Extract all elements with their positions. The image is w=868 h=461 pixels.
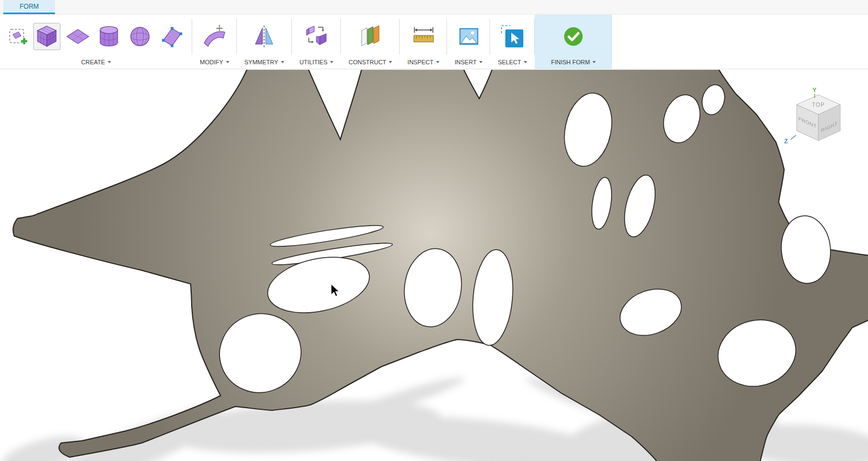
cylinder-icon[interactable] [95, 23, 123, 50]
inspect-label: INSPECT [407, 59, 433, 65]
dropdown-caret-icon [524, 61, 527, 63]
modify-label: MODIFY [200, 59, 223, 65]
create-form-icon[interactable] [8, 26, 29, 47]
view-cube[interactable]: TOP FRONT RIGHT Y Z [783, 87, 854, 154]
application-window: FORM [0, 0, 868, 461]
construct-dropdown[interactable]: CONSTRUCT [349, 56, 392, 69]
create-dropdown[interactable]: CREATE [81, 56, 111, 69]
utilities-label: UTILITIES [299, 59, 327, 65]
y-axis-label: Y [812, 87, 817, 93]
inspect-dropdown[interactable]: INSPECT [407, 56, 439, 69]
finish-form-dropdown[interactable]: FINISH FORM [551, 56, 596, 69]
dropdown-caret-icon [330, 61, 333, 63]
dropdown-caret-icon [592, 61, 596, 63]
box-icon[interactable] [33, 23, 60, 50]
toolbar-group-construct: CONSTRUCT [341, 15, 400, 69]
mouse-cursor-icon [329, 283, 341, 298]
3d-viewport[interactable]: TOP FRONT RIGHT Y Z [0, 70, 868, 461]
insert-image-icon[interactable] [456, 23, 482, 50]
plane-icon[interactable] [64, 23, 91, 50]
construct-plane-icon[interactable] [357, 23, 384, 50]
toolbar-group-finish-form: FINISH FORM [535, 15, 613, 69]
finish-form-label: FINISH FORM [551, 59, 590, 65]
select-label: SELECT [498, 59, 521, 65]
dropdown-caret-icon [436, 61, 439, 63]
toolbar-group-modify: MODIFY [192, 15, 237, 69]
select-icon[interactable] [499, 23, 526, 50]
toolbar-group-insert: INSERT [447, 15, 490, 69]
form-toolbar: CREATE MODIFY [0, 15, 868, 69]
dropdown-caret-icon [389, 61, 392, 63]
insert-label: INSERT [455, 59, 476, 65]
dropdown-caret-icon [226, 61, 229, 63]
tspline-model [0, 70, 868, 461]
tab-form-label: FORM [20, 3, 39, 10]
mirror-symmetry-icon[interactable] [250, 23, 278, 50]
view-cube-top-label[interactable]: TOP [812, 102, 824, 108]
edit-form-icon[interactable] [201, 23, 228, 50]
view-cube-faces[interactable]: TOP FRONT RIGHT [797, 95, 840, 141]
create-label: CREATE [81, 59, 105, 65]
insert-dropdown[interactable]: INSERT [455, 56, 482, 69]
toolbar-group-select: SELECT [490, 15, 535, 69]
face-icon[interactable] [157, 23, 185, 50]
measure-icon[interactable] [410, 23, 437, 50]
toolbar-group-symmetry: SYMMETRY [237, 15, 292, 69]
toolbar-group-create: CREATE [0, 15, 192, 69]
utilities-dropdown[interactable]: UTILITIES [299, 56, 333, 69]
create-icons [8, 17, 185, 56]
dropdown-caret-icon [479, 61, 482, 63]
convert-icon[interactable] [303, 23, 330, 50]
tab-bar: FORM [0, 0, 868, 15]
construct-label: CONSTRUCT [349, 59, 386, 65]
sphere-icon[interactable] [126, 23, 154, 50]
dropdown-caret-icon [281, 61, 284, 63]
finish-form-icon[interactable] [560, 23, 587, 50]
symmetry-label: SYMMETRY [244, 59, 278, 65]
modify-dropdown[interactable]: MODIFY [200, 56, 229, 69]
tab-form[interactable]: FORM [3, 0, 55, 14]
toolbar-group-inspect: INSPECT [400, 15, 447, 69]
symmetry-dropdown[interactable]: SYMMETRY [244, 56, 284, 69]
dropdown-caret-icon [108, 61, 111, 63]
toolbar-group-utilities: UTILITIES [292, 15, 341, 69]
select-dropdown[interactable]: SELECT [498, 56, 527, 69]
z-axis-label: Z [784, 138, 788, 144]
